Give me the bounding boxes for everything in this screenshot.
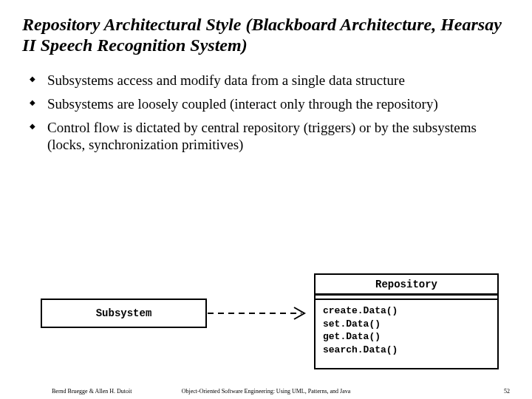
uml-diagram: Subsystem Repository create.Data() set.D… [0,259,532,377]
repository-class-name: Repository [316,275,497,296]
repository-methods-compartment: create.Data() set.Data() get.Data() sear… [316,300,497,361]
slide-title: Repository Architectural Style (Blackboa… [22,15,510,55]
method-item: get.Data() [323,330,490,344]
footer-book-title: Object-Oriented Software Engineering: Us… [0,388,532,395]
method-item: search.Data() [323,344,490,357]
slide: Repository Architectural Style (Blackboa… [0,0,532,167]
method-item: set.Data() [323,318,490,331]
repository-class-box: Repository create.Data() set.Data() get.… [314,273,499,369]
association-arrow [207,304,314,322]
footer-page-number: 52 [504,388,510,395]
bullet-item: Subsystems are loosely coupled (interact… [30,95,510,113]
method-item: create.Data() [323,304,490,318]
bullet-list: Subsystems access and modify data from a… [22,72,510,154]
bullet-item: Control flow is dictated by central repo… [30,119,510,154]
bullet-item: Subsystems access and modify data from a… [30,72,510,89]
subsystem-class-box: Subsystem [41,299,207,328]
